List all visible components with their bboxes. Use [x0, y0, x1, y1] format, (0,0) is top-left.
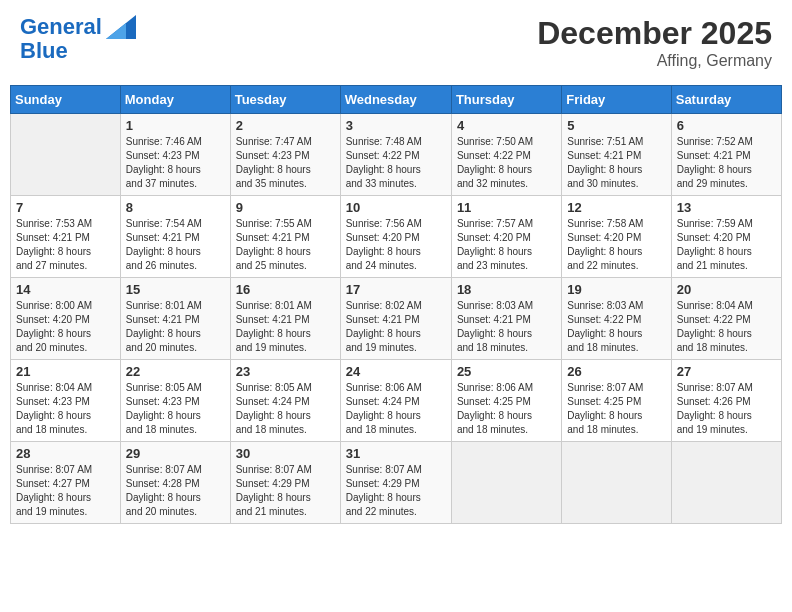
day-info: Sunrise: 8:07 AM Sunset: 4:28 PM Dayligh…	[126, 463, 225, 519]
day-number: 27	[677, 364, 776, 379]
calendar-cell: 6Sunrise: 7:52 AM Sunset: 4:21 PM Daylig…	[671, 114, 781, 196]
header: General Blue December 2025 Affing, Germa…	[10, 10, 782, 75]
day-number: 2	[236, 118, 335, 133]
location: Affing, Germany	[537, 52, 772, 70]
day-number: 10	[346, 200, 446, 215]
weekday-header: Friday	[562, 86, 671, 114]
calendar-cell	[671, 442, 781, 524]
logo-blue-text: Blue	[20, 39, 138, 63]
calendar-cell: 29Sunrise: 8:07 AM Sunset: 4:28 PM Dayli…	[120, 442, 230, 524]
logo-icon	[106, 15, 136, 39]
calendar-week-row: 28Sunrise: 8:07 AM Sunset: 4:27 PM Dayli…	[11, 442, 782, 524]
day-number: 3	[346, 118, 446, 133]
calendar-cell: 24Sunrise: 8:06 AM Sunset: 4:24 PM Dayli…	[340, 360, 451, 442]
day-number: 16	[236, 282, 335, 297]
day-info: Sunrise: 8:07 AM Sunset: 4:29 PM Dayligh…	[346, 463, 446, 519]
day-info: Sunrise: 8:01 AM Sunset: 4:21 PM Dayligh…	[126, 299, 225, 355]
calendar-cell: 31Sunrise: 8:07 AM Sunset: 4:29 PM Dayli…	[340, 442, 451, 524]
calendar-week-row: 7Sunrise: 7:53 AM Sunset: 4:21 PM Daylig…	[11, 196, 782, 278]
day-info: Sunrise: 8:07 AM Sunset: 4:25 PM Dayligh…	[567, 381, 665, 437]
calendar-cell: 11Sunrise: 7:57 AM Sunset: 4:20 PM Dayli…	[451, 196, 561, 278]
day-number: 21	[16, 364, 115, 379]
calendar-cell: 23Sunrise: 8:05 AM Sunset: 4:24 PM Dayli…	[230, 360, 340, 442]
day-info: Sunrise: 7:51 AM Sunset: 4:21 PM Dayligh…	[567, 135, 665, 191]
day-number: 1	[126, 118, 225, 133]
day-number: 17	[346, 282, 446, 297]
weekday-header: Wednesday	[340, 86, 451, 114]
calendar-cell: 21Sunrise: 8:04 AM Sunset: 4:23 PM Dayli…	[11, 360, 121, 442]
day-number: 29	[126, 446, 225, 461]
calendar-cell	[451, 442, 561, 524]
calendar-cell: 20Sunrise: 8:04 AM Sunset: 4:22 PM Dayli…	[671, 278, 781, 360]
calendar-cell: 26Sunrise: 8:07 AM Sunset: 4:25 PM Dayli…	[562, 360, 671, 442]
calendar-cell: 27Sunrise: 8:07 AM Sunset: 4:26 PM Dayli…	[671, 360, 781, 442]
calendar-cell: 30Sunrise: 8:07 AM Sunset: 4:29 PM Dayli…	[230, 442, 340, 524]
calendar-week-row: 14Sunrise: 8:00 AM Sunset: 4:20 PM Dayli…	[11, 278, 782, 360]
title-area: December 2025 Affing, Germany	[537, 15, 772, 70]
day-info: Sunrise: 7:56 AM Sunset: 4:20 PM Dayligh…	[346, 217, 446, 273]
calendar-cell: 15Sunrise: 8:01 AM Sunset: 4:21 PM Dayli…	[120, 278, 230, 360]
calendar-cell: 5Sunrise: 7:51 AM Sunset: 4:21 PM Daylig…	[562, 114, 671, 196]
day-number: 9	[236, 200, 335, 215]
weekday-header: Thursday	[451, 86, 561, 114]
day-info: Sunrise: 7:58 AM Sunset: 4:20 PM Dayligh…	[567, 217, 665, 273]
day-info: Sunrise: 8:06 AM Sunset: 4:24 PM Dayligh…	[346, 381, 446, 437]
day-number: 20	[677, 282, 776, 297]
calendar-cell	[562, 442, 671, 524]
day-number: 11	[457, 200, 556, 215]
calendar-cell: 2Sunrise: 7:47 AM Sunset: 4:23 PM Daylig…	[230, 114, 340, 196]
day-number: 23	[236, 364, 335, 379]
calendar-cell: 28Sunrise: 8:07 AM Sunset: 4:27 PM Dayli…	[11, 442, 121, 524]
day-info: Sunrise: 7:53 AM Sunset: 4:21 PM Dayligh…	[16, 217, 115, 273]
day-info: Sunrise: 8:02 AM Sunset: 4:21 PM Dayligh…	[346, 299, 446, 355]
month-title: December 2025	[537, 15, 772, 52]
day-number: 22	[126, 364, 225, 379]
day-info: Sunrise: 7:50 AM Sunset: 4:22 PM Dayligh…	[457, 135, 556, 191]
calendar-cell: 4Sunrise: 7:50 AM Sunset: 4:22 PM Daylig…	[451, 114, 561, 196]
day-info: Sunrise: 8:03 AM Sunset: 4:22 PM Dayligh…	[567, 299, 665, 355]
weekday-row: SundayMondayTuesdayWednesdayThursdayFrid…	[11, 86, 782, 114]
day-info: Sunrise: 8:07 AM Sunset: 4:27 PM Dayligh…	[16, 463, 115, 519]
day-number: 8	[126, 200, 225, 215]
day-info: Sunrise: 8:05 AM Sunset: 4:24 PM Dayligh…	[236, 381, 335, 437]
day-number: 26	[567, 364, 665, 379]
day-number: 31	[346, 446, 446, 461]
calendar-cell: 9Sunrise: 7:55 AM Sunset: 4:21 PM Daylig…	[230, 196, 340, 278]
day-info: Sunrise: 8:07 AM Sunset: 4:26 PM Dayligh…	[677, 381, 776, 437]
calendar-cell: 3Sunrise: 7:48 AM Sunset: 4:22 PM Daylig…	[340, 114, 451, 196]
day-info: Sunrise: 8:05 AM Sunset: 4:23 PM Dayligh…	[126, 381, 225, 437]
day-number: 4	[457, 118, 556, 133]
weekday-header: Tuesday	[230, 86, 340, 114]
calendar-cell: 14Sunrise: 8:00 AM Sunset: 4:20 PM Dayli…	[11, 278, 121, 360]
day-info: Sunrise: 8:06 AM Sunset: 4:25 PM Dayligh…	[457, 381, 556, 437]
svg-marker-1	[106, 23, 126, 39]
day-info: Sunrise: 7:52 AM Sunset: 4:21 PM Dayligh…	[677, 135, 776, 191]
weekday-header: Saturday	[671, 86, 781, 114]
logo: General Blue	[20, 15, 138, 63]
calendar-header: SundayMondayTuesdayWednesdayThursdayFrid…	[11, 86, 782, 114]
calendar-cell: 8Sunrise: 7:54 AM Sunset: 4:21 PM Daylig…	[120, 196, 230, 278]
day-number: 6	[677, 118, 776, 133]
day-info: Sunrise: 8:04 AM Sunset: 4:22 PM Dayligh…	[677, 299, 776, 355]
calendar-cell	[11, 114, 121, 196]
calendar-cell: 13Sunrise: 7:59 AM Sunset: 4:20 PM Dayli…	[671, 196, 781, 278]
day-info: Sunrise: 8:04 AM Sunset: 4:23 PM Dayligh…	[16, 381, 115, 437]
day-number: 19	[567, 282, 665, 297]
day-info: Sunrise: 7:57 AM Sunset: 4:20 PM Dayligh…	[457, 217, 556, 273]
day-number: 5	[567, 118, 665, 133]
day-info: Sunrise: 8:00 AM Sunset: 4:20 PM Dayligh…	[16, 299, 115, 355]
day-info: Sunrise: 8:07 AM Sunset: 4:29 PM Dayligh…	[236, 463, 335, 519]
calendar-cell: 10Sunrise: 7:56 AM Sunset: 4:20 PM Dayli…	[340, 196, 451, 278]
day-number: 30	[236, 446, 335, 461]
calendar: SundayMondayTuesdayWednesdayThursdayFrid…	[10, 85, 782, 524]
day-number: 15	[126, 282, 225, 297]
calendar-week-row: 21Sunrise: 8:04 AM Sunset: 4:23 PM Dayli…	[11, 360, 782, 442]
calendar-cell: 18Sunrise: 8:03 AM Sunset: 4:21 PM Dayli…	[451, 278, 561, 360]
day-number: 7	[16, 200, 115, 215]
calendar-cell: 1Sunrise: 7:46 AM Sunset: 4:23 PM Daylig…	[120, 114, 230, 196]
calendar-cell: 16Sunrise: 8:01 AM Sunset: 4:21 PM Dayli…	[230, 278, 340, 360]
day-info: Sunrise: 8:03 AM Sunset: 4:21 PM Dayligh…	[457, 299, 556, 355]
day-info: Sunrise: 7:59 AM Sunset: 4:20 PM Dayligh…	[677, 217, 776, 273]
calendar-body: 1Sunrise: 7:46 AM Sunset: 4:23 PM Daylig…	[11, 114, 782, 524]
day-info: Sunrise: 8:01 AM Sunset: 4:21 PM Dayligh…	[236, 299, 335, 355]
